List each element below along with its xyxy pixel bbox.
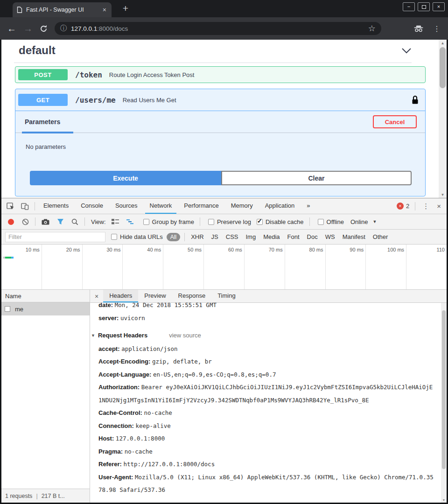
scrollbar-down-icon[interactable]: ▼: [439, 193, 447, 197]
throttling-dropdown-icon[interactable]: ▼: [372, 219, 377, 224]
header-line: Pragma no-cache: [98, 445, 434, 458]
request-waterfall-bar: [3, 257, 14, 259]
devtools-menu-icon[interactable]: ⋮: [418, 202, 434, 210]
page-info-icon[interactable]: ⓘ: [60, 24, 67, 33]
tabs-overflow-icon[interactable]: »: [302, 198, 315, 214]
tab-timing[interactable]: Timing: [211, 290, 242, 302]
filter-input[interactable]: [5, 232, 105, 242]
maximize-button[interactable]: [418, 2, 430, 11]
group-by-frame-checkbox[interactable]: [143, 219, 149, 225]
lock-icon[interactable]: [412, 95, 419, 105]
request-details-tab-bar: × Headers Preview Response Timing: [90, 290, 447, 303]
disclosure-triangle-icon[interactable]: ▼: [91, 333, 95, 338]
parameters-bar: Parameters Cancel: [15, 111, 425, 133]
group-by-frame-label: Group by frame: [152, 218, 194, 225]
name-column-header[interactable]: Name: [1, 290, 90, 302]
minimize-button[interactable]: −: [403, 2, 415, 11]
preserve-log-checkbox[interactable]: [208, 219, 214, 225]
reload-icon[interactable]: [40, 25, 48, 33]
tab-performance[interactable]: Performance: [179, 198, 223, 214]
offline-checkbox[interactable]: [318, 219, 324, 225]
tab-close-icon[interactable]: ×: [102, 6, 107, 14]
filter-type-css[interactable]: CSS: [226, 233, 238, 240]
headers-pane[interactable]: date Mon, 24 Dec 2018 15:55:51 GMT serve…: [90, 303, 447, 503]
network-overview-timeline[interactable]: 10 ms 20 ms 30 ms 40 ms 50 ms 60 ms 70 m…: [1, 245, 447, 290]
browser-tab[interactable]: Fast API - Swagger UI ×: [13, 2, 112, 17]
filter-type-ws[interactable]: WS: [325, 233, 335, 240]
hide-data-urls-checkbox[interactable]: [111, 234, 117, 240]
devtools-close-icon[interactable]: ×: [434, 202, 447, 210]
waterfall-view-icon[interactable]: [123, 219, 138, 224]
header-value: en-US,en;q=0.9,es-CO;q=0.8,es;q=0.7: [153, 371, 276, 378]
execute-clear-group: Execute Clear: [30, 171, 412, 185]
header-value: no-cache: [144, 409, 172, 416]
tab-memory[interactable]: Memory: [226, 198, 258, 214]
profile-incognito-icon[interactable]: [413, 25, 424, 32]
request-headers-section[interactable]: ▼Request Headersview source: [91, 329, 434, 343]
list-view-icon[interactable]: [108, 219, 123, 224]
request-row-me[interactable]: me: [1, 302, 90, 315]
throttling-select[interactable]: Online: [350, 218, 368, 225]
filter-funnel-icon[interactable]: [53, 218, 68, 225]
scrollbar-thumb[interactable]: [440, 47, 446, 88]
record-button[interactable]: [8, 219, 14, 225]
header-value: Mozilla/5.0 (X11; Linux x86_64) AppleWeb…: [98, 474, 434, 494]
execute-button[interactable]: Execute: [30, 171, 221, 185]
disable-cache-checkbox[interactable]: ✓: [257, 219, 263, 225]
divider: [200, 217, 200, 226]
tab-elements[interactable]: Elements: [39, 198, 73, 214]
cancel-button[interactable]: Cancel: [373, 115, 417, 128]
filter-type-all[interactable]: All: [167, 233, 180, 241]
tab-response[interactable]: Response: [172, 290, 212, 302]
page-scrollbar[interactable]: ▲ ▼: [439, 40, 447, 198]
headers-scrollbar[interactable]: ▼: [441, 303, 447, 503]
search-icon[interactable]: [68, 218, 82, 225]
clear-requests-icon[interactable]: [18, 218, 33, 225]
endpoint-get-users-me: GET /users/me Read Users Me Get Paramete…: [15, 89, 426, 196]
tab-parameters[interactable]: Parameters: [25, 118, 60, 126]
capture-screenshots-icon[interactable]: [38, 219, 53, 225]
filter-type-other[interactable]: Other: [373, 233, 388, 240]
clear-button[interactable]: Clear: [221, 171, 412, 185]
url-bar[interactable]: ⓘ 127.0.0.1 :8000/docs ☆: [55, 22, 381, 35]
header-name: Pragma: [98, 448, 123, 455]
inspect-element-icon[interactable]: [3, 203, 18, 210]
filter-type-media[interactable]: Media: [263, 233, 280, 240]
endpoint-header[interactable]: GET /users/me Read Users Me Get: [15, 89, 425, 111]
scrollbar-thumb[interactable]: [442, 310, 446, 469]
scrollbar-up-icon[interactable]: ▲: [439, 41, 447, 45]
tab-console[interactable]: Console: [76, 198, 108, 214]
filter-type-js[interactable]: JS: [211, 233, 218, 240]
view-source-link[interactable]: view source: [169, 332, 201, 339]
error-badge-icon[interactable]: ×: [397, 203, 404, 210]
requests-count: 1 requests: [5, 493, 32, 499]
filter-type-img[interactable]: Img: [245, 233, 256, 240]
close-window-button[interactable]: ×: [433, 2, 445, 11]
back-icon[interactable]: ←: [7, 24, 16, 33]
tab-headers[interactable]: Headers: [103, 290, 138, 302]
forward-icon[interactable]: →: [23, 24, 33, 33]
scrollbar-down-icon[interactable]: ▼: [441, 498, 447, 502]
chevron-down-icon[interactable]: [401, 47, 412, 56]
header-value: 127.0.0.1:8000: [116, 435, 165, 442]
header-line: Host 127.0.0.1:8000: [98, 432, 434, 445]
devtools-panel: Elements Console Sources Network Perform…: [1, 198, 447, 503]
browser-menu-icon[interactable]: ⋮: [433, 24, 441, 33]
header-name: Accept-Encoding: [98, 358, 150, 365]
filter-type-font[interactable]: Font: [287, 233, 300, 240]
close-details-icon[interactable]: ×: [90, 293, 103, 300]
tab-application[interactable]: Application: [260, 198, 300, 214]
new-tab-button[interactable]: +: [119, 2, 132, 15]
tab-network[interactable]: Network: [145, 198, 177, 214]
header-name: Authorization: [98, 384, 140, 391]
timeline-tick: 40 ms: [123, 245, 163, 289]
filter-type-doc[interactable]: Doc: [307, 233, 318, 240]
filter-type-manifest[interactable]: Manifest: [343, 233, 365, 240]
endpoint-summary: Read Users Me Get: [123, 97, 176, 104]
endpoint-post-token[interactable]: POST /token Route Login Access Token Pos…: [15, 66, 426, 83]
bookmark-star-icon[interactable]: ☆: [368, 23, 376, 34]
tab-preview[interactable]: Preview: [138, 290, 172, 302]
tab-sources[interactable]: Sources: [111, 198, 142, 214]
filter-type-xhr[interactable]: XHR: [191, 233, 203, 240]
device-toolbar-icon[interactable]: [18, 203, 32, 210]
